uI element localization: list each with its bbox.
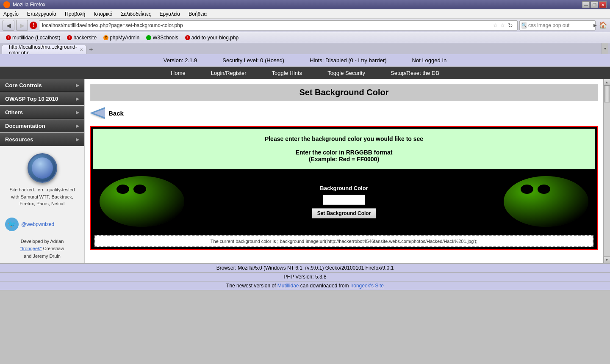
nav-login-register[interactable]: Login/Register [198, 68, 259, 78]
bookmark-label-w3schools: W3Schools [152, 35, 178, 41]
menu-file[interactable]: Αρχείο [2, 10, 20, 18]
close-button[interactable]: ✕ [599, 1, 607, 8]
footer-php-version: PHP Version: 5.3.8 [0, 273, 610, 281]
content-area: Set Background Color Back Please enter t… [85, 79, 603, 263]
browser-toolbar: ◀ ▶ ! localhost/mutillidae/index.php?pag… [0, 19, 610, 32]
home-button[interactable]: 🏠 [599, 21, 607, 29]
menu-view[interactable]: Προβολή [63, 10, 87, 18]
dev-text-1: Developed by Adrian [21, 239, 64, 244]
back-label: Back [108, 110, 124, 117]
tabs-bar: http://localhost/mu...ckground-color.php… [0, 43, 610, 54]
sidebar-item-core-controls[interactable]: Core Controls ▶ [0, 79, 84, 92]
sidebar-item-owasp[interactable]: OWASP Top 10 2010 ▶ [0, 92, 84, 105]
back-link[interactable]: Back [90, 105, 598, 121]
scroll-thumb[interactable] [604, 85, 610, 102]
nav-bar: Home Login/Register Toggle Hints Toggle … [0, 67, 610, 79]
menu-history[interactable]: Ιστορικό [92, 10, 114, 18]
firefox-icon [3, 1, 10, 8]
browser-info-text: Browser: Mozilla/5.0 (Windows NT 6.1; rv… [216, 265, 394, 271]
refresh-button[interactable]: ↻ [506, 22, 515, 29]
background-color-input[interactable] [323, 195, 365, 205]
menu-edit[interactable]: Επεξεργασία [25, 10, 58, 18]
version-text: Version: 2.1.9 [164, 57, 197, 63]
instruction-line1: Please enter the background color you wo… [100, 135, 588, 142]
skull-decoration-right [504, 176, 588, 227]
window-controls: — ❐ ✕ [582, 1, 607, 8]
bookmark-hackersite[interactable]: ! hackersite [64, 34, 99, 41]
main-content-box: Please enter the background color you wo… [90, 126, 598, 250]
sidebar-logo-area: Site hacked...err...quality-tested with … [0, 146, 84, 214]
star-icon[interactable]: ☆ [493, 22, 498, 28]
browser-titlebar: Mozilla Firefox — ❐ ✕ [0, 0, 610, 9]
menu-tools[interactable]: Εργαλεία [158, 10, 182, 18]
restore-button[interactable]: ❐ [591, 1, 598, 8]
mutillidae-link[interactable]: Mutillidae [277, 283, 299, 289]
bookmark-label-mutillidae: mutillidae (Localhost) [12, 35, 60, 41]
bookmark-label-hackersite: hackersite [73, 35, 97, 41]
url-text[interactable]: localhost/mutillidae/index.php?page=set-… [42, 22, 492, 28]
browser-title: Mozilla Firefox [3, 1, 45, 8]
bookmark-icon-hackersite: ! [67, 35, 72, 40]
bookmark-label-addtoblog: add-to-your-blog.php [191, 35, 238, 41]
page-footer: Browser: Mozilla/5.0 (Windows NT 6.1; rv… [0, 263, 610, 290]
security-icon: ! [30, 22, 37, 29]
forward-button[interactable]: ▶ [16, 20, 28, 31]
instruction-line2: Enter the color in RRGGBB format [100, 149, 588, 156]
instruction-line3: (Example: Red = FF0000) [100, 156, 588, 163]
browser-title-text: Mozilla Firefox [13, 2, 45, 8]
sidebar-label-others: Others [5, 109, 23, 116]
bookmark-icon-addtoblog: ! [185, 35, 190, 40]
site-description-text: Site hacked...err...quality-tested with … [3, 183, 81, 211]
menu-bookmarks[interactable]: Σελιδοδείκτες [119, 10, 152, 18]
nav-setup-reset[interactable]: Setup/Reset the DB [378, 68, 452, 78]
search-input[interactable] [527, 22, 593, 28]
minimize-button[interactable]: — [582, 1, 590, 8]
sidebar-item-resources[interactable]: Resources ▶ [0, 133, 84, 146]
login-status-text: Not Logged In [412, 57, 447, 63]
tab-active[interactable]: http://localhost/mu...ckground-color.php… [2, 45, 86, 54]
site-logo [28, 153, 57, 183]
twitter-handle[interactable]: @webpwnized [21, 221, 54, 227]
twitter-icon: 🐦 [5, 218, 19, 231]
chevron-right-icon: ▶ [76, 83, 79, 88]
bookmark-phpmyadmin[interactable]: ⚙ phpMyAdmin [101, 34, 142, 41]
bookmark-addtoblog[interactable]: ! add-to-your-blog.php [183, 34, 241, 41]
security-level-text: Security Level: 0 (Hosed) [222, 57, 284, 63]
search-submit-icon[interactable]: ▶ [593, 23, 597, 28]
twitter-area: 🐦 @webpwnized [0, 214, 84, 234]
back-button[interactable]: ◀ [3, 20, 14, 31]
chevron-right-icon-3: ▶ [76, 110, 79, 115]
irongeek-link[interactable]: "Irongeek" [20, 246, 42, 251]
sidebar-item-documentation[interactable]: Documentation ▶ [0, 119, 84, 132]
hacker-background-area: Background Color Set Background Color [93, 169, 595, 234]
instructions-box: Please enter the background color you wo… [93, 129, 595, 169]
irongeek-site-link[interactable]: Irongeek's Site [350, 283, 384, 289]
search-area: 🔍 ▶ [519, 20, 596, 30]
scroll-up-button[interactable]: ▲ [604, 79, 610, 85]
nav-toggle-security[interactable]: Toggle Security [315, 68, 378, 78]
tab-close-button[interactable]: ✕ [80, 47, 83, 52]
sidebar-item-others[interactable]: Others ▶ [0, 106, 84, 119]
nav-toggle-hints[interactable]: Toggle Hints [259, 68, 315, 78]
sidebar-label-owasp: OWASP Top 10 2010 [5, 96, 58, 102]
chevron-right-icon-4: ▶ [76, 124, 79, 128]
bookmark-icon-phpmyadmin: ⚙ [103, 35, 108, 40]
page-title: Set Background Color [299, 88, 388, 97]
hints-text: Hints: Disabled (0 - I try harder) [310, 57, 386, 63]
new-tab-button[interactable]: + [86, 45, 96, 54]
skull-decoration-left [100, 176, 184, 227]
page-title-bar: Set Background Color [90, 84, 598, 101]
set-background-color-button[interactable]: Set Background Color [312, 208, 377, 218]
nav-home[interactable]: Home [158, 68, 198, 78]
search-engine-icon: 🔍 [521, 22, 527, 29]
sidebar-label-core-controls: Core Controls [5, 82, 42, 88]
footer-browser-info: Browser: Mozilla/5.0 (Windows NT 6.1; rv… [0, 264, 610, 273]
bookmark-label-phpmyadmin: phpMyAdmin [110, 35, 139, 41]
bookmark-mutillidae[interactable]: ! mutillidae (Localhost) [3, 34, 63, 41]
scroll-down-button[interactable]: ▼ [604, 256, 610, 263]
menu-help[interactable]: Βοήθεια [187, 10, 208, 18]
address-bar: localhost/mutillidae/index.php?page=set-… [39, 20, 518, 30]
star-icon2[interactable]: ☆ [500, 22, 505, 28]
chevron-right-icon-5: ▶ [76, 137, 79, 142]
bookmark-w3schools[interactable]: W3Schools [144, 34, 181, 41]
